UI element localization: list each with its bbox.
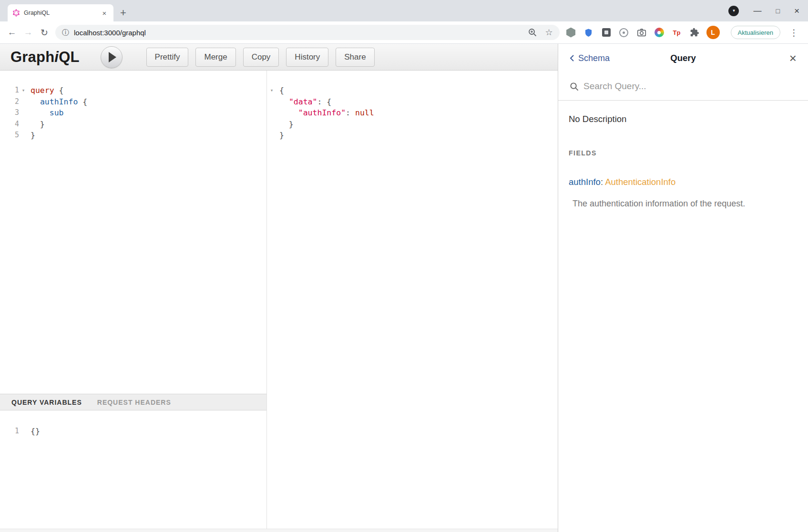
variables-editor[interactable]: 1{} — [0, 410, 266, 532]
history-button[interactable]: History — [286, 48, 328, 67]
code-text: query { — [28, 85, 64, 96]
doc-explorer-panel: Schema Query × No Description FIELDS aut… — [558, 44, 808, 532]
copy-button[interactable]: Copy — [243, 48, 279, 67]
field-name-link[interactable]: authInfo — [569, 177, 601, 187]
code-line: ▾{ — [267, 85, 558, 96]
doc-search-row — [558, 72, 808, 101]
reload-icon[interactable]: ↻ — [36, 24, 52, 41]
doc-back-link[interactable]: Schema — [570, 53, 610, 63]
tab-title: GraphiQL — [24, 10, 96, 16]
merge-button[interactable]: Merge — [195, 48, 235, 67]
line-number: 5 — [0, 130, 19, 141]
code-line: "authInfo": null — [267, 107, 558, 119]
bookmark-star-icon[interactable]: ☆ — [545, 28, 552, 37]
doc-description: No Description — [569, 114, 798, 124]
browser-tab-strip: GraphiQL × + ▾ — □ × — [0, 0, 808, 21]
tab-search-icon[interactable]: ▾ — [728, 6, 739, 16]
shield-extension-icon[interactable] — [583, 27, 594, 38]
window-controls: ▾ — □ × — [720, 0, 808, 21]
type-name-link[interactable]: AuthenticationInfo — [605, 177, 675, 187]
code-line: 2 authInfo { — [0, 96, 266, 108]
fold-arrow-icon — [267, 107, 276, 119]
doc-close-icon[interactable]: × — [789, 52, 797, 64]
fold-arrow-icon — [267, 119, 276, 130]
query-editor[interactable]: 1▾query {2 authInfo {3 sub4 }5} — [0, 71, 266, 394]
site-info-icon[interactable]: ⓘ — [62, 28, 69, 37]
search-icon — [570, 82, 579, 91]
close-window-button[interactable]: × — [794, 6, 799, 15]
code-text: } — [28, 130, 35, 141]
camera-extension-icon[interactable] — [636, 27, 647, 38]
url-text: localhost:3000/graphql — [74, 29, 146, 37]
prettify-button[interactable]: Prettify — [146, 48, 189, 67]
maximize-button[interactable]: □ — [776, 8, 779, 14]
line-number: 3 — [0, 107, 19, 119]
doc-back-label: Schema — [578, 53, 610, 63]
graphiql-app: GraphiQL Prettify Merge Copy History Sha… — [0, 44, 808, 532]
ring-extension-icon[interactable] — [618, 27, 630, 38]
share-button[interactable]: Share — [336, 48, 374, 67]
code-line: } — [267, 130, 558, 141]
fold-arrow-icon — [19, 107, 28, 119]
field-separator: : — [601, 177, 605, 187]
doc-field-entry: authInfo: AuthenticationInfo — [569, 177, 798, 187]
pinwheel-extension-icon[interactable] — [654, 27, 665, 38]
line-number: 1 — [0, 85, 19, 96]
line-number: 2 — [0, 96, 19, 108]
new-tab-button[interactable]: + — [120, 4, 126, 21]
query-editor-pane: 1▾query {2 authInfo {3 sub4 }5} QUERY VA… — [0, 71, 267, 532]
result-viewer: ▾{ "data": { "authInfo": null }} — [267, 71, 558, 532]
horizontal-scrollbar[interactable] — [0, 529, 558, 532]
tp-extension-icon[interactable]: Tp — [671, 27, 683, 38]
fold-arrow-icon — [267, 130, 276, 141]
line-number: 4 — [0, 119, 19, 130]
fold-arrow-icon — [19, 426, 28, 437]
fold-arrow-icon — [267, 96, 276, 108]
browser-menu-icon[interactable]: ⋮ — [787, 27, 801, 38]
update-browser-button[interactable]: Aktualisieren — [731, 26, 780, 39]
fold-arrow-icon — [19, 119, 28, 130]
play-icon — [109, 52, 116, 62]
forward-icon[interactable]: → — [20, 24, 36, 41]
address-bar[interactable]: ⓘ localhost:3000/graphql ☆ — [55, 25, 560, 40]
code-text: authInfo { — [28, 96, 87, 108]
fields-section-header: FIELDS — [569, 149, 798, 157]
toolbar: Prettify Merge Copy History Share — [146, 48, 375, 67]
code-line: 1▾query { — [0, 85, 266, 96]
fold-arrow-icon — [19, 130, 28, 141]
code-text: } — [276, 119, 294, 130]
profile-avatar[interactable]: L — [706, 26, 720, 39]
puzzle-extensions-menu-icon[interactable] — [689, 27, 700, 38]
doc-explorer-header: Schema Query × — [558, 44, 808, 72]
minimize-button[interactable]: — — [753, 7, 761, 15]
zoom-icon[interactable] — [527, 27, 538, 38]
code-line: } — [267, 119, 558, 130]
code-line: "data": { — [267, 96, 558, 108]
doc-search-input[interactable] — [583, 81, 797, 92]
extensions-row: Tp L Aktualisieren ⋮ — [563, 26, 804, 39]
graphql-favicon-icon — [12, 9, 20, 17]
tab-query-variables[interactable]: QUERY VARIABLES — [11, 399, 82, 406]
caret-down-icon: ▾ — [733, 9, 735, 13]
doc-content: No Description FIELDS authInfo: Authenti… — [558, 101, 808, 222]
tab-request-headers[interactable]: REQUEST HEADERS — [97, 399, 171, 406]
fold-arrow-icon — [19, 96, 28, 108]
browser-nav-bar: ← → ↻ ⓘ localhost:3000/graphql ☆ — [0, 21, 808, 44]
back-icon[interactable]: ← — [4, 24, 20, 41]
fold-arrow-icon[interactable]: ▾ — [19, 85, 28, 96]
tab-close-icon[interactable]: × — [100, 9, 109, 17]
code-line: 3 sub — [0, 107, 266, 119]
graphiql-topbar: GraphiQL Prettify Merge Copy History Sha… — [0, 44, 558, 71]
dark-square-extension-icon[interactable] — [601, 27, 612, 38]
address-bar-actions: ☆ — [527, 27, 552, 38]
graphiql-logo: GraphiQL — [10, 49, 80, 66]
code-line: 1{} — [0, 426, 266, 437]
code-text: sub — [28, 107, 64, 119]
browser-tab[interactable]: GraphiQL × — [8, 4, 113, 21]
code-line: 4 } — [0, 119, 266, 130]
adblock-extension-icon[interactable] — [565, 27, 577, 38]
code-text: } — [28, 119, 45, 130]
execute-query-button[interactable] — [101, 46, 123, 68]
fold-arrow-icon[interactable]: ▾ — [267, 85, 276, 96]
variables-header: QUERY VARIABLES REQUEST HEADERS — [0, 394, 266, 410]
